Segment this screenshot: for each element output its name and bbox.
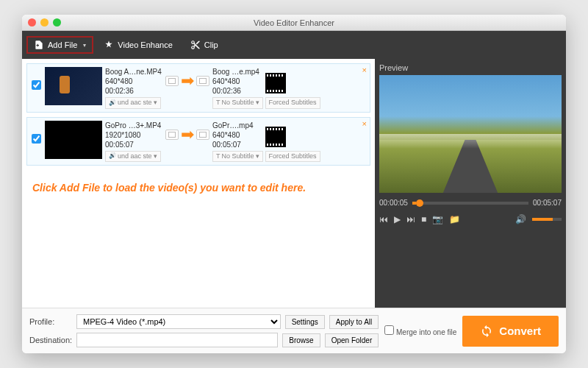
merge-checkbox-label[interactable]: Merge into one file	[384, 328, 456, 336]
speaker-icon: 🔊	[109, 99, 116, 107]
format-box-icon	[196, 130, 209, 140]
preview-label: Preview	[379, 63, 562, 72]
merge-checkbox[interactable]	[384, 325, 394, 335]
titlebar: Video Editor Enhancer	[22, 15, 566, 31]
source-resolution: 1920*1080	[105, 130, 162, 140]
format-box-icon	[196, 76, 209, 86]
main-area: Boog A…ne.MP4 640*480 00:02:36 🔊und aac …	[22, 59, 566, 308]
destination-label: Destination:	[29, 336, 72, 344]
add-file-icon	[34, 40, 44, 50]
output-resolution: 640*480	[212, 130, 262, 140]
row-checkbox-wrap	[30, 121, 42, 144]
file-row[interactable]: Boog A…ne.MP4 640*480 00:02:36 🔊und aac …	[26, 63, 370, 113]
subtitle-select[interactable]: TNo Subtitle▾	[212, 97, 263, 109]
text-icon: T	[216, 152, 220, 161]
source-duration: 00:02:36	[105, 86, 162, 96]
output-filename: GoPr….mp4	[212, 121, 262, 130]
app-window: Video Editor Enhancer Add File ▾ Video E…	[22, 15, 566, 353]
speaker-icon: 🔊	[109, 152, 116, 160]
file-list: Boog A…ne.MP4 640*480 00:02:36 🔊und aac …	[26, 63, 370, 303]
output-format-icon[interactable]	[265, 127, 286, 147]
add-file-button[interactable]: Add File ▾	[26, 36, 93, 54]
remove-row-button[interactable]: ×	[362, 119, 367, 128]
output-resolution: 640*480	[212, 77, 262, 86]
video-enhance-label: Video Enhance	[118, 40, 172, 49]
clip-label: Clip	[204, 40, 218, 49]
output-filename: Boog …e.mp4	[212, 67, 262, 77]
source-duration: 00:05:07	[105, 140, 162, 149]
open-folder-button[interactable]: Open Folder	[325, 333, 379, 347]
merge-option: Merge into one file	[384, 325, 456, 336]
profile-select[interactable]: MPEG-4 Video (*.mp4)	[76, 314, 281, 329]
audio-track-select[interactable]: 🔊und aac ste▾	[105, 151, 161, 163]
row-checkbox[interactable]	[32, 134, 41, 144]
current-time: 00:00:05	[379, 199, 408, 207]
source-filename: Boog A…ne.MP4	[105, 67, 162, 77]
destination-input[interactable]	[76, 333, 278, 347]
file-row[interactable]: GoPro …3+.MP4 1920*1080 00:05:07 🔊und aa…	[26, 117, 370, 166]
output-duration: 00:05:07	[212, 140, 262, 149]
row-checkbox-wrap	[30, 67, 42, 90]
output-duration: 00:02:36	[212, 86, 262, 96]
video-enhance-button[interactable]: Video Enhance	[96, 36, 179, 54]
output-info: Boog …e.mp4 640*480 00:02:36 TNo Subtitl…	[212, 67, 262, 109]
play-button[interactable]: ▶	[394, 214, 401, 224]
forced-subtitles-checkbox[interactable]: Forced Subtitles	[265, 151, 320, 163]
source-info: Boog A…ne.MP4 640*480 00:02:36 🔊und aac …	[105, 67, 162, 109]
profile-label: Profile:	[29, 317, 72, 326]
prev-button[interactable]: ⏮	[379, 214, 388, 224]
left-panel: Boog A…ne.MP4 640*480 00:02:36 🔊und aac …	[22, 59, 375, 308]
total-time: 00:05:07	[533, 199, 562, 207]
add-file-label: Add File	[48, 40, 77, 49]
stop-button[interactable]: ■	[421, 214, 426, 224]
settings-button[interactable]: Settings	[285, 315, 325, 329]
conversion-arrow: ➡	[165, 67, 209, 89]
folder-button[interactable]: 📁	[449, 214, 460, 224]
progress-slider[interactable]	[412, 202, 528, 205]
timeline: 00:00:05 00:05:07	[379, 199, 562, 207]
remove-row-button[interactable]: ×	[362, 66, 367, 74]
source-filename: GoPro …3+.MP4	[105, 121, 162, 130]
browse-button[interactable]: Browse	[282, 333, 320, 347]
format-box-icon	[165, 76, 179, 86]
preview-video[interactable]	[379, 75, 562, 193]
format-box-icon	[165, 130, 179, 140]
preview-panel: Preview 00:00:05 00:05:07 ⏮ ▶ ⏭ ■ 📷 📁 🔊	[375, 59, 566, 308]
volume-icon[interactable]: 🔊	[515, 214, 526, 224]
text-icon: T	[216, 99, 220, 107]
audio-track-select[interactable]: 🔊und aac ste▾	[105, 97, 161, 109]
row-checkbox[interactable]	[32, 80, 41, 90]
snapshot-button[interactable]: 📷	[432, 214, 443, 224]
window-title: Video Editor Enhancer	[22, 18, 566, 27]
convert-label: Convert	[499, 325, 541, 337]
arrow-right-icon: ➡	[181, 73, 194, 89]
subtitle-select[interactable]: TNo Subtitle▾	[212, 151, 263, 163]
convert-icon	[480, 325, 493, 338]
enhance-icon	[104, 40, 114, 50]
scissors-icon	[190, 40, 201, 50]
conversion-arrow: ➡	[165, 121, 209, 143]
add-file-hint: Click Add File to load the video(s) you …	[26, 170, 370, 205]
clip-button[interactable]: Clip	[183, 36, 226, 54]
source-info: GoPro …3+.MP4 1920*1080 00:05:07 🔊und aa…	[105, 121, 162, 163]
chevron-down-icon: ▾	[83, 42, 86, 49]
video-thumbnail[interactable]	[45, 121, 102, 159]
video-thumbnail[interactable]	[45, 67, 102, 105]
output-info: GoPr….mp4 640*480 00:05:07 TNo Subtitle▾…	[212, 121, 262, 163]
bottom-bar: Profile: MPEG-4 Video (*.mp4) Settings A…	[22, 308, 566, 353]
convert-button[interactable]: Convert	[462, 316, 559, 347]
playback-controls: ⏮ ▶ ⏭ ■ 📷 📁 🔊	[379, 214, 562, 224]
toolbar: Add File ▾ Video Enhance Clip	[22, 31, 566, 59]
next-button[interactable]: ⏭	[406, 214, 415, 224]
arrow-right-icon: ➡	[181, 127, 194, 143]
source-resolution: 640*480	[105, 77, 162, 86]
apply-all-button[interactable]: Apply to All	[329, 315, 379, 329]
output-format-icon[interactable]	[265, 73, 286, 93]
volume-slider[interactable]	[532, 218, 562, 221]
forced-subtitles-checkbox[interactable]: Forced Subtitles	[265, 97, 320, 109]
